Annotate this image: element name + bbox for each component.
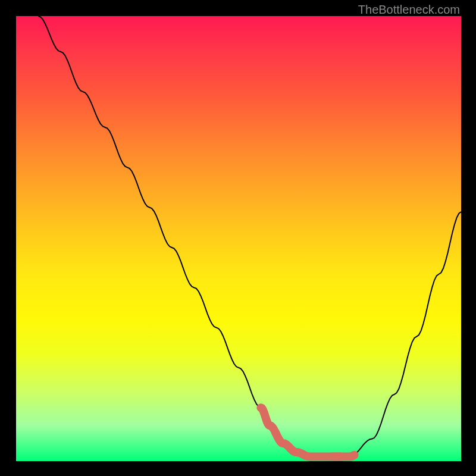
watermark-text: TheBottleneck.com [358, 3, 460, 17]
bottleneck-curve [16, 16, 461, 461]
